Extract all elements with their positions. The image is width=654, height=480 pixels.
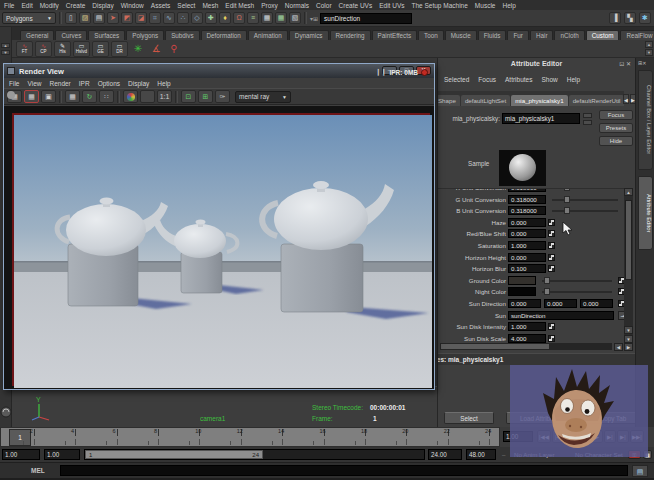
shelf-tab-deformation[interactable]: Deformation [201,30,247,40]
attribute-vertical-scrollbar[interactable]: ▲ ▼ ▼ [624,188,633,343]
plant-shelf-icon[interactable]: ✳ [130,41,146,57]
rgb-channels-icon[interactable] [123,90,138,103]
shelf-tab-hair[interactable]: Hair [530,30,554,40]
render-view-menu-options[interactable]: Options [98,80,120,87]
node-name-field[interactable]: mia_physicalsky1 [502,113,580,124]
color-swatch[interactable] [508,276,536,285]
toggle-tool-settings-icon[interactable]: ▚ [624,12,636,24]
render-view-menu-display[interactable]: Display [128,80,149,87]
attribute-editor-menu-attributes[interactable]: Attributes [505,76,532,83]
attribute-value-field[interactable]: sunDirection [508,311,614,320]
toggle-attribute-editor-icon[interactable]: ▐ [609,12,621,24]
current-frame-indicator[interactable]: 1 [9,429,31,446]
texture-map-icon[interactable] [548,219,555,226]
playback-start-field[interactable]: 1.00 [44,449,80,460]
menubar-item-select[interactable]: Select [177,2,195,9]
attribute-tab-sunShape[interactable]: sunShape [438,95,460,106]
shelf-tab-subdivs[interactable]: Subdivs [165,30,199,40]
shelf-button-his[interactable]: ✎His [54,41,71,57]
snap-grid-icon[interactable]: ⌗ [149,12,161,24]
spotlight-shelf-icon[interactable]: ⚲ [166,41,182,57]
attribute-slider-handle[interactable] [564,207,570,214]
menubar-item-proxy[interactable]: Proxy [261,2,278,9]
render-view-menu-ipr[interactable]: IPR [79,80,90,87]
curve-axis-shelf-icon[interactable]: ∡ [148,41,164,57]
focus-button[interactable]: Focus [599,110,633,120]
scroll-up-icon[interactable]: ▲ [624,188,633,196]
scroll-right-icon[interactable]: ▶ [624,343,633,351]
texture-map-icon[interactable] [548,242,555,249]
command-line-input[interactable] [60,465,628,476]
shelf-tab-animation[interactable]: Animation [248,30,288,40]
toggle-channel-box-icon[interactable]: ✱ [639,12,651,24]
shelf-down-arrow[interactable]: ▼ [1,50,10,55]
shelf-tab-polygons[interactable]: Polygons [126,30,164,40]
attribute-editor-menu-show[interactable]: Show [541,76,557,83]
presets-button[interactable]: Presets [599,123,633,133]
hide-button[interactable]: Hide [599,136,633,146]
texture-map-icon[interactable] [548,230,555,237]
shelf-tab-curves[interactable]: Curves [55,30,87,40]
menubar-item-window[interactable]: Window [121,2,144,9]
shelf-tab-muscle[interactable]: Muscle [445,30,477,40]
texture-map-icon[interactable] [548,323,555,330]
color-management-icon[interactable]: ⊞ [198,90,213,103]
attribute-value-field[interactable]: 0.318000 [508,206,546,215]
menubar-item-file[interactable]: File [4,2,14,9]
shelf-tab-fur[interactable]: Fur [507,30,528,40]
attribute-horizontal-scrollbar[interactable] [440,343,612,350]
shelf-button-ft[interactable]: ∿FT [16,41,33,57]
select-hierarchy-icon[interactable]: ➤ [107,12,119,24]
scroll-down-icon[interactable]: ▼ [624,326,633,334]
ipr-render-icon[interactable]: ▦ [275,12,287,24]
perspective-view-strip[interactable]: Y camera1 Stereo Timecode: 00:00:00:01 F… [12,386,437,427]
select-component-icon[interactable]: ◪ [135,12,147,24]
shelf-tab-realflow[interactable]: RealFlow [620,30,654,40]
command-line-language-label[interactable]: MEL [31,467,45,474]
make-live-icon[interactable]: ✚ [205,12,217,24]
menubar-item-modify[interactable]: Modify [40,2,59,9]
render-settings-icon[interactable]: ▧ [289,12,301,24]
attribute-editor-menu-focus[interactable]: Focus [478,76,496,83]
attribute-editor-menu-selected[interactable]: Selected [444,76,469,83]
ipr-pause-icon[interactable]: ❘❘ [376,68,387,76]
attribute-slider-handle[interactable] [564,188,570,191]
attribute-value-field[interactable]: 0.000 [508,253,546,262]
new-scene-icon[interactable]: ▯ [65,12,77,24]
shelf-button-cp[interactable]: ∿CP [35,41,52,57]
attribute-slider-track[interactable] [552,188,618,189]
node-lock-icon[interactable] [583,113,592,118]
attribute-tab-defaultRenderUtil[interactable]: defaultRenderUtil [569,95,624,106]
attribute-value-field[interactable]: 0.318000 [508,188,546,192]
render-region-icon[interactable]: ▦ [24,90,39,103]
render-view-menu-help[interactable]: Help [157,80,170,87]
menubar-item-muscle[interactable]: Muscle [475,2,496,9]
color-slider-handle[interactable] [544,277,550,284]
script-editor-button[interactable]: ▤ [632,465,648,477]
tabs-scroll-left-icon[interactable]: ◀ [623,94,629,104]
render-view-titlebar[interactable]: Render View – □ ✕ [4,64,434,78]
shelf-tab-custom[interactable]: Custom [586,30,620,40]
snap-magnet-icon[interactable]: Ω [233,12,245,24]
menubar-item-color[interactable]: Color [316,2,332,9]
attribute-value-field[interactable]: 0.000 [508,299,541,308]
tab-attribute-editor[interactable]: Attribute Editor [638,176,653,250]
color-slider-track[interactable] [542,291,612,293]
menubar-item-the-setup-machine[interactable]: The Setup Machine [411,2,467,9]
menubar-item-help[interactable]: Help [502,2,515,9]
attribute-slider-track[interactable] [552,210,618,212]
attribute-value-field[interactable]: 0.000 [580,299,613,308]
shelf-tab-dynamics[interactable]: Dynamics [289,30,329,40]
attribute-tab-mia_physicalsky1[interactable]: mia_physicalsky1 [511,95,568,106]
shelf-button-dr[interactable]: ▭DR [111,41,128,57]
sample-sphere-swatch[interactable] [509,154,536,181]
shelf-tab-rendering[interactable]: Rendering [330,30,371,40]
one-to-one-icon[interactable]: 1:1 [157,90,172,103]
menubar-item-edit-mesh[interactable]: Edit Mesh [225,2,254,9]
attribute-tab-defaultLightSet[interactable]: defaultLightSet [461,95,510,106]
snap-view-plane-icon[interactable]: ◇ [191,12,203,24]
menubar-item-display[interactable]: Display [92,2,113,9]
render-view-menu-file[interactable]: File [9,80,19,87]
menubar-item-create[interactable]: Create [66,2,86,9]
snapshot-icon[interactable]: ▣ [41,90,56,103]
